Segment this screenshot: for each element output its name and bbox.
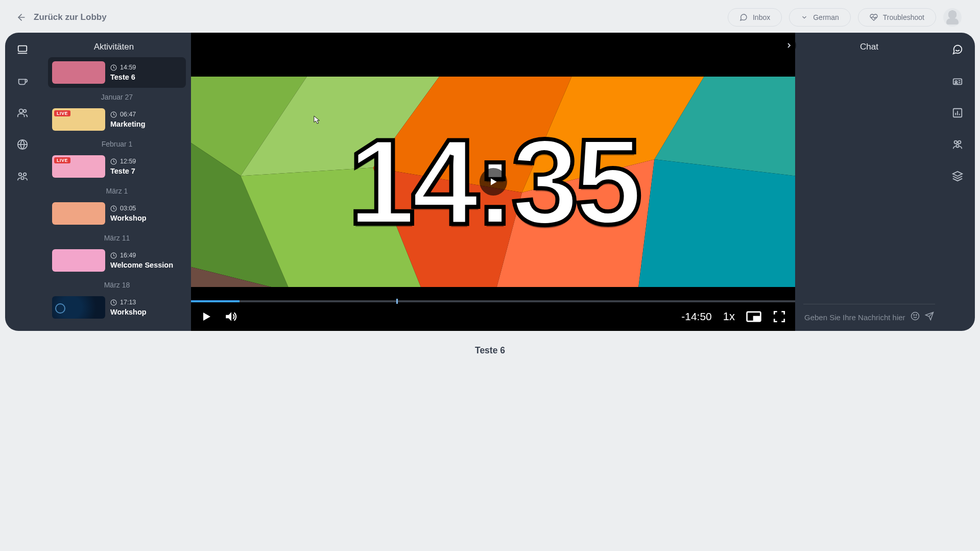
header-right: Inbox German Troubleshoot [728,8,962,27]
svg-point-37 [914,315,915,316]
activity-thumbnail [52,249,105,272]
date-separator: Februar 1 [48,135,186,151]
volume-button[interactable] [224,310,238,323]
svg-marker-25 [638,159,795,287]
play-button[interactable] [200,310,212,323]
chat-body [795,57,943,304]
back-arrow-icon[interactable] [16,12,27,22]
activity-time: 16:49 [110,252,173,259]
date-separator: März 1 [48,182,186,198]
activity-thumbnail [52,296,105,319]
svg-point-36 [912,313,919,320]
activity-thumbnail: LIVE [52,108,105,131]
activity-title: Marketing [110,120,146,128]
video-progress-fill [191,300,240,302]
fullscreen-button[interactable] [773,310,786,323]
next-chevron-icon[interactable] [782,38,796,53]
activity-item[interactable]: 16:49Welcome Session [48,245,186,276]
pip-button[interactable] [746,310,761,323]
activity-time: 03:05 [110,205,147,212]
inbox-button[interactable]: Inbox [728,8,782,27]
svg-point-49 [954,141,958,144]
troubleshoot-button[interactable]: Troubleshoot [858,8,936,27]
activity-time: 17:13 [110,299,147,306]
svg-point-51 [956,145,959,148]
left-rail [5,33,37,331]
activity-title: Teste 7 [110,167,136,175]
svg-rect-1 [18,46,27,52]
lobby-title[interactable]: Zurück zur Lobby [34,12,107,22]
poll-icon[interactable] [952,107,963,118]
activity-list[interactable]: 14:59Teste 6Januar 27LIVE06:47MarketingF… [37,57,191,331]
language-button[interactable]: German [789,8,851,27]
svg-point-50 [958,141,961,144]
activity-time: 12:59 [110,158,136,165]
video-frame[interactable]: 14:35 [191,77,795,287]
group-icon[interactable] [17,171,28,182]
time-remaining: -14:50 [681,310,712,323]
svg-point-4 [23,110,27,113]
activities-sidebar: Aktivitäten 14:59Teste 6Januar 27LIVE06:… [37,33,191,331]
chat-panel: Chat [795,33,943,331]
svg-point-9 [21,177,24,180]
activity-title: Workshop [110,214,147,222]
top-header: Zurück zur Lobby Inbox German Troublesho… [0,0,980,33]
playback-speed[interactable]: 1x [723,310,735,323]
play-overlay-button[interactable] [480,168,507,196]
inbox-label: Inbox [753,13,770,21]
svg-marker-52 [953,172,962,176]
sidebar-title: Aktivitäten [37,33,191,57]
coffee-icon[interactable] [17,76,28,87]
activity-item[interactable]: 17:13Workshop [48,292,186,323]
svg-rect-35 [754,317,760,321]
svg-marker-33 [226,312,231,321]
date-separator: März 18 [48,276,186,292]
activity-item[interactable]: LIVE12:59Teste 7 [48,151,186,182]
header-left: Zurück zur Lobby [16,12,107,22]
chat-input[interactable] [804,313,905,322]
activity-title: Welcome Session [110,261,173,269]
live-badge: LIVE [54,157,70,163]
activity-time: 14:59 [110,64,136,71]
svg-marker-31 [491,178,497,185]
video-progress-bar[interactable] [191,300,795,302]
right-rail [943,33,975,331]
workspace: Aktivitäten 14:59Teste 6Januar 27LIVE06:… [5,33,975,331]
send-icon[interactable] [925,312,934,323]
chat-title: Chat [795,33,943,57]
activity-time: 06:47 [110,111,146,118]
svg-point-38 [916,315,917,316]
troubleshoot-label: Troubleshoot [883,13,924,21]
activity-title: Teste 6 [110,73,136,81]
users-icon[interactable] [17,107,28,118]
date-separator: Januar 27 [48,88,186,104]
chat-input-row [803,304,935,331]
laptop-icon[interactable] [17,44,28,55]
svg-marker-32 [203,313,210,321]
activity-thumbnail: LIVE [52,155,105,178]
session-title: Teste 6 [0,345,980,356]
layers-icon[interactable] [952,171,963,182]
presenter-icon[interactable] [952,76,963,87]
globe-icon[interactable] [17,139,28,150]
svg-point-3 [19,109,23,113]
user-avatar[interactable] [943,8,962,27]
activity-title: Workshop [110,308,147,316]
activity-thumbnail [52,61,105,84]
activity-item[interactable]: 03:05Workshop [48,198,186,229]
video-scrub-marker [396,299,398,304]
activity-item[interactable]: 14:59Teste 6 [48,57,186,88]
chat-icon[interactable] [952,44,963,55]
activity-item[interactable]: LIVE06:47Marketing [48,104,186,135]
video-area: 14:35 -14:50 1x [191,33,795,331]
attendees-icon[interactable] [952,139,963,150]
date-separator: März 11 [48,229,186,245]
video-controls: -14:50 1x [191,302,795,331]
live-badge: LIVE [54,110,70,116]
emoji-icon[interactable] [911,312,920,323]
svg-point-7 [19,173,22,176]
activity-thumbnail [52,202,105,225]
language-label: German [813,13,839,21]
svg-point-42 [955,81,957,83]
svg-point-8 [23,173,27,176]
